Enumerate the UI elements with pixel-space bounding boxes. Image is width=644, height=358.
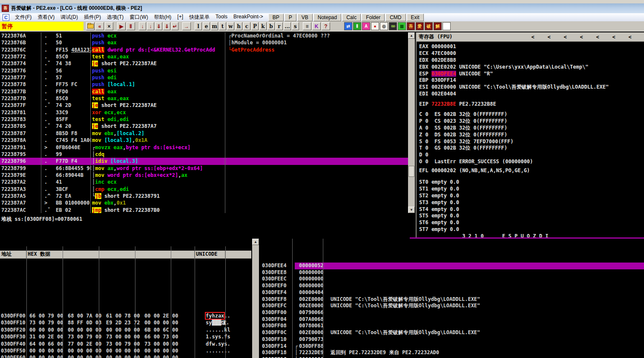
blank-button[interactable] [443,22,451,30]
register-line[interactable]: C 0 ES 002B 32位 0(FFFFFFFF) [419,111,644,118]
register-line[interactable]: ST0 empty 0.0 [419,179,644,186]
window-button-dotdotdot[interactable]: ... [284,22,291,30]
register-line[interactable]: D 0 [419,152,644,159]
menu-item[interactable]: BreakPoint-> [230,13,266,21]
disasm-row[interactable]: 72238799.66:8B4455 9C│mov ax,word ptr ss… [0,165,408,172]
menu-item[interactable]: 调试(D) [58,13,81,21]
disasm-row[interactable]: 72238785.ˇ74 20je short PE2.722387A7 [0,123,408,130]
step-over-icon[interactable]: ↓ [147,22,154,30]
scroll-thumb[interactable] [408,166,414,177]
quick-button-p[interactable]: P [285,14,296,21]
disasm-row[interactable]: 72238791>0FB6040E┌movzx eax,byte ptr ds:… [0,144,408,151]
dump-row[interactable]: 030DFF1073 00 79 0088 FF 0D 03E9 2D 23 7… [0,319,251,326]
menu-item[interactable]: 帮助(H) [151,13,175,21]
stack-row[interactable]: 030DFF18│72232DE9返回到 PE2.72232DE9 来自 PE2… [259,349,644,356]
go-to-icon[interactable]: → [182,22,191,30]
register-line[interactable]: ESP 030DFEE4 UNICODE "R" [419,71,644,78]
quick-button-notepad[interactable]: Notepad [313,14,341,21]
register-line[interactable]: EBP 030DFF14 [419,77,644,84]
register-line[interactable]: 3 2 1 0 E S P U O Z D I [419,233,644,237]
register-line[interactable]: ST7 empty 0.0 [419,226,644,233]
stack-row[interactable]: 030DFEE400000052 [259,263,644,269]
pause-icon[interactable]: Ⅱ [126,22,135,30]
dump-row[interactable]: 030DFF4064 00 66 0077 00 2E 0073 00 79 0… [0,341,251,347]
dump-header-cell[interactable]: HEX 数据 [26,251,195,258]
register-line[interactable]: S 0 FS 0053 32位 7EFD7000(FFF) [419,139,644,145]
stack-row[interactable]: 030DFF0C002E0000UNICODE "C:\Tool\吾爱破解专用版… [259,329,644,336]
till-return-icon[interactable]: ↵ [171,22,178,30]
menu-item[interactable]: 窗口(W) [126,13,151,21]
dump-row[interactable]: 030DFF6000 00 00 0000 00 00 0000 00 00 0… [0,354,251,358]
step-into-icon[interactable]: ↓ [139,22,146,30]
disasm-row[interactable]: 7223876A.51push ecx┌ProcNameOrOrdinal = … [0,32,408,39]
disasm-row[interactable]: 7223877F.ˇ74 2Dje short PE2.722387AE [0,102,408,109]
disasm-row[interactable]: 722387AC.ˇEB 02jmp short PE2.722387B0 [0,207,408,213]
window-button-b[interactable]: b [267,22,275,30]
stack-row[interactable]: 030DFF0800780061 [259,323,644,329]
disasm-row[interactable]: 7223876B.50push eax│hModule = 00000001 [0,39,408,46]
window-button-m[interactable]: m [211,22,218,30]
brand-ai-button[interactable]: 爱 [416,22,424,30]
rewind-icon[interactable]: « [95,22,104,30]
window-button-e[interactable]: e [203,22,210,30]
disasm-row[interactable]: 722387A7>BB 01000000mov ebx,0x1 [0,199,408,206]
stack-row[interactable]: 030DFEF8002E0000UNICODE "C:\Tool\吾爱破解专用版… [259,296,644,303]
disasm-row[interactable]: 72238795.99│cdq [0,151,408,158]
close-icon[interactable]: × [105,22,113,30]
window-button-w[interactable]: w [227,22,234,30]
disasm-row[interactable]: 722387A5.^72 EA└jb short PE2.72238791 [0,193,408,199]
chevron-left-icons[interactable]: <<<<<<< [525,34,638,40]
trace-over-icon[interactable]: ⇓ [163,22,170,30]
window-button-s[interactable]: s [292,22,299,30]
quick-button-folder[interactable]: Folder [362,14,385,21]
stack-row[interactable]: 030DFEE800000000 [259,269,644,276]
register-line[interactable]: Z 0 DS 002B 32位 0(FFFFFFFF) [419,132,644,139]
register-line[interactable]: T 0 GS 002B 32位 0(FFFFFFFF) [419,145,644,152]
disasm-row[interactable]: 7223876C.FF15 48A12372call dword ptr ds:… [0,46,408,53]
menu-item[interactable]: Tools [213,13,230,21]
dump-scrollbar[interactable]: ▲ [252,239,259,358]
register-line[interactable]: O 0 LastErr ERROR_SUCCESS (00000000) [419,159,644,165]
window-button-P[interactable]: P [251,22,259,30]
disasm-row[interactable]: 72238787.8B5D F8mov ebx,[local.2] [0,130,408,137]
register-line[interactable]: EDX 002DE8B8 [419,57,644,64]
stack-row[interactable]: 030DFEF400000404 [259,289,644,296]
stack-pane[interactable]: 030DFEE400000052030DFEE800000000030DFEEC… [259,239,644,358]
register-line[interactable]: EAX 00000001 [419,43,644,50]
register-line[interactable]: ECX 47EC0000 [419,50,644,57]
disassembly-pane[interactable]: 7223876A.51push ecx┌ProcNameOrOrdinal = … [0,32,408,213]
stack-row[interactable]: 030DFEEC00000000 [259,276,644,283]
swap-icon[interactable]: ⇄ [344,22,352,30]
quick-button-cmd[interactable]: CMD [385,14,405,21]
disasm-row[interactable]: 7223879E.66:89044B│mov word ptr ds:[ebx+… [0,172,408,179]
open-file-icon[interactable] [86,22,95,30]
brand-jie-button[interactable]: 解 [434,22,442,30]
disasm-row[interactable]: 72238796.F77D F4│idiv [local.3] [0,158,408,165]
breakpoint-window-icon[interactable]: K [312,22,321,30]
dump-header-cell[interactable] [225,251,249,258]
disasm-row[interactable]: 722387A2.41│inc ecx [0,179,408,185]
brand-wu-button[interactable]: 吾 [407,22,415,30]
hex-dump-pane[interactable]: 地址HEX 数据UNICODE 030DFF0066 00 79 0068 00… [0,239,251,358]
register-line[interactable]: ST6 empty 0.0 [419,219,644,226]
menu-item[interactable]: 快捷菜单 [186,13,213,21]
stack-row[interactable]: 030DFEFC002E0000UNICODE "C:\Tool\吾爱破解专用版… [259,303,644,309]
menu-item[interactable]: 插件(P) [81,13,104,21]
register-line[interactable]: ST1 empty 0.0 [419,186,644,193]
record-icon[interactable]: ● [371,22,379,30]
disasm-row[interactable]: 72238776.56push esi [0,67,408,74]
dump-header-cell[interactable]: 地址 [0,251,26,258]
menu-item[interactable]: 查看(V) [34,13,58,21]
registers-pane[interactable]: 寄存器 (FPU) <<<<<<< EAX 00000001ECX 47EC00… [416,32,644,237]
scroll-down-icon[interactable]: ▼ [408,207,415,213]
quick-button-bp[interactable]: BP [268,14,284,21]
window-button-l[interactable]: l [195,22,202,30]
dump-row[interactable]: 030DFF5000 00 00 0000 00 00 0000 00 00 0… [0,347,251,354]
window-icon[interactable]: ▦ [398,22,406,30]
stack-row[interactable]: 030DFF1000790073 [259,336,644,343]
disasm-row[interactable]: 7223877D.85C0test eax,eax [0,95,408,102]
disasm-row[interactable]: 72238778.FF75 FCpush [local.1] [0,81,408,88]
scroll-up-icon[interactable]: ▲ [408,32,415,39]
run-icon[interactable]: ▶ [117,22,126,30]
disasm-row[interactable]: 7223878A.C745 F4 1A000000mov [local.3],0… [0,137,408,144]
